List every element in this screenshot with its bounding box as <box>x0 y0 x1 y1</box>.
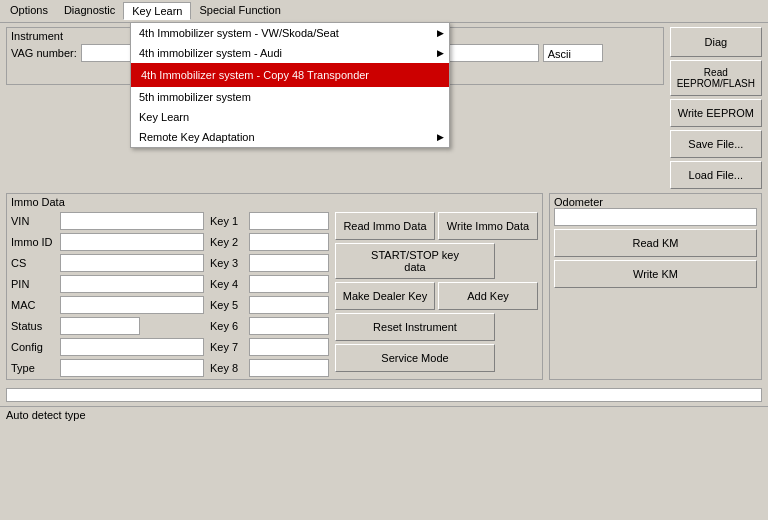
odometer-title: Odometer <box>554 196 757 208</box>
immo-vin-label: VIN <box>11 215 56 227</box>
key2-input[interactable] <box>249 233 329 251</box>
immo-pin-label: PIN <box>11 278 56 290</box>
read-km-button[interactable]: Read KM <box>554 229 757 257</box>
write-eeprom-button[interactable]: Write EEPROM <box>670 99 762 127</box>
key7-row: Key 7 <box>210 338 329 356</box>
immo-type-row: Type <box>11 359 204 377</box>
immo-left-fields: VIN Immo ID CS PIN <box>11 212 204 377</box>
right-buttons: Diag ReadEEPROM/FLASH Write EEPROM Save … <box>670 27 762 189</box>
key5-row: Key 5 <box>210 296 329 314</box>
immo-vin-row: VIN <box>11 212 204 230</box>
immo-status-input[interactable] <box>60 317 140 335</box>
immo-id-input[interactable] <box>60 233 204 251</box>
immo-cs-label: CS <box>11 257 56 269</box>
menubar: Options Diagnostic Key Learn Special Fun… <box>0 0 768 23</box>
immo-type-input[interactable] <box>60 359 204 377</box>
key1-row: Key 1 <box>210 212 329 230</box>
key1-input[interactable] <box>249 212 329 230</box>
key6-row: Key 6 <box>210 317 329 335</box>
service-mode-button[interactable]: Service Mode <box>335 344 495 372</box>
key4-row: Key 4 <box>210 275 329 293</box>
dropdown-item-audi[interactable]: 4th immobilizer system - Audi <box>131 43 449 63</box>
key2-label: Key 2 <box>210 236 245 248</box>
key4-input[interactable] <box>249 275 329 293</box>
read-immo-button[interactable]: Read Immo Data <box>335 212 435 240</box>
dropdown-item-vw[interactable]: 4th Immobilizer system - VW/Skoda/Seat <box>131 23 449 43</box>
key7-input[interactable] <box>249 338 329 356</box>
load-file-button[interactable]: Load File... <box>670 161 762 189</box>
immo-action-buttons: Read Immo Data Write Immo Data START/STO… <box>335 212 538 377</box>
immo-id-label: Immo ID <box>11 236 56 248</box>
immo-section: Immo Data VIN Immo ID CS <box>6 193 762 380</box>
read-eeprom-button[interactable]: ReadEEPROM/FLASH <box>670 60 762 96</box>
odometer-panel: Odometer Read KM Write KM <box>549 193 762 380</box>
menu-options[interactable]: Options <box>2 2 56 20</box>
key5-input[interactable] <box>249 296 329 314</box>
key7-label: Key 7 <box>210 341 245 353</box>
write-immo-button[interactable]: Write Immo Data <box>438 212 538 240</box>
key8-row: Key 8 <box>210 359 329 377</box>
dropdown-item-key-learn[interactable]: Key Learn <box>131 107 449 127</box>
key3-input[interactable] <box>249 254 329 272</box>
immo-status-row: Status <box>11 317 204 335</box>
key3-row: Key 3 <box>210 254 329 272</box>
immo-key-fields: Key 1 Key 2 Key 3 Key 4 <box>210 212 329 377</box>
immo-mac-row: MAC <box>11 296 204 314</box>
start-stop-button[interactable]: START/STOP keydata <box>335 243 495 279</box>
key1-label: Key 1 <box>210 215 245 227</box>
key8-input[interactable] <box>249 359 329 377</box>
immo-mac-input[interactable] <box>60 296 204 314</box>
key2-row: Key 2 <box>210 233 329 251</box>
dropdown-item-5th[interactable]: 5th immobilizer system <box>131 87 449 107</box>
make-dealer-button[interactable]: Make Dealer Key <box>335 282 435 310</box>
immo-type-label: Type <box>11 362 56 374</box>
immo-id-row: Immo ID <box>11 233 204 251</box>
status-bar: Auto detect type <box>0 406 768 423</box>
add-key-button[interactable]: Add Key <box>438 282 538 310</box>
save-file-button[interactable]: Save File... <box>670 130 762 158</box>
immo-mac-label: MAC <box>11 299 56 311</box>
reset-instrument-button[interactable]: Reset Instrument <box>335 313 495 341</box>
immo-grid: VIN Immo ID CS PIN <box>11 212 538 377</box>
immo-title: Immo Data <box>11 196 538 208</box>
dropdown-item-remote[interactable]: Remote Key Adaptation <box>131 127 449 147</box>
key5-label: Key 5 <box>210 299 245 311</box>
immo-cs-input[interactable] <box>60 254 204 272</box>
key4-label: Key 4 <box>210 278 245 290</box>
immo-cs-row: CS <box>11 254 204 272</box>
key8-label: Key 8 <box>210 362 245 374</box>
immo-pin-row: PIN <box>11 275 204 293</box>
status-text: Auto detect type <box>6 409 86 421</box>
key6-input[interactable] <box>249 317 329 335</box>
key3-label: Key 3 <box>210 257 245 269</box>
immo-config-input[interactable] <box>60 338 204 356</box>
dropdown-menu: 4th Immobilizer system - VW/Skoda/Seat 4… <box>130 22 450 148</box>
odometer-input[interactable] <box>554 208 757 226</box>
immo-panel: Immo Data VIN Immo ID CS <box>6 193 543 380</box>
immo-config-row: Config <box>11 338 204 356</box>
menu-special-function[interactable]: Special Function <box>191 2 288 20</box>
menu-key-learn[interactable]: Key Learn <box>123 2 191 20</box>
write-km-button[interactable]: Write KM <box>554 260 757 288</box>
key-learn-dropdown: 4th Immobilizer system - VW/Skoda/Seat 4… <box>130 22 450 148</box>
vag-label: VAG number: <box>11 47 77 59</box>
immo-pin-input[interactable] <box>60 275 204 293</box>
diag-button[interactable]: Diag <box>670 27 762 57</box>
dropdown-item-copy48[interactable]: 4th Immobilizer system - Copy 48 Transpo… <box>131 63 449 87</box>
progress-bar-container <box>6 388 762 402</box>
key6-label: Key 6 <box>210 320 245 332</box>
ascii-label: Ascii <box>543 44 603 62</box>
immo-config-label: Config <box>11 341 56 353</box>
menu-diagnostic[interactable]: Diagnostic <box>56 2 123 20</box>
immo-status-label: Status <box>11 320 56 332</box>
immo-vin-input[interactable] <box>60 212 204 230</box>
